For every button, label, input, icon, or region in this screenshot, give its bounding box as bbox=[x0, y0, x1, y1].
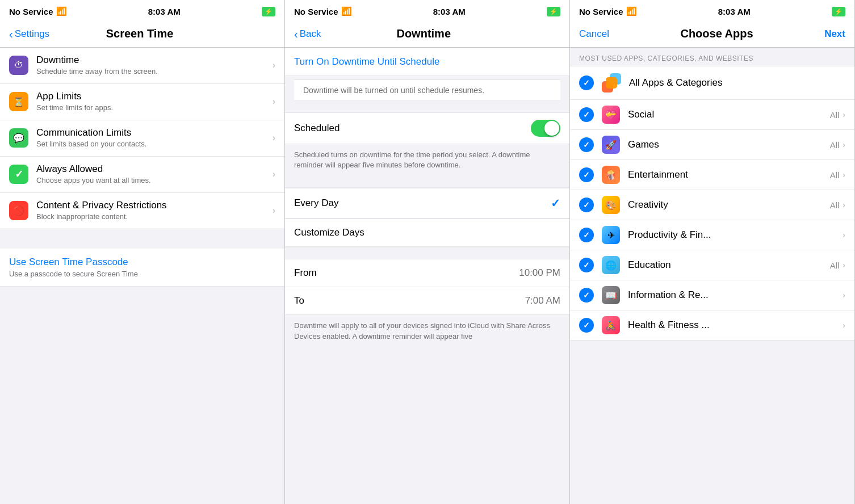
app-limits-item[interactable]: ⏳ App Limits Set time limits for apps. › bbox=[0, 84, 284, 120]
entertainment-icon: 🍿 bbox=[602, 166, 620, 184]
next-button[interactable]: Next bbox=[824, 28, 845, 40]
always-allowed-title: Always Allowed bbox=[36, 163, 273, 175]
downtime-panel: No Service 📶 8:03 AM ⚡ ‹ Back Downtime T… bbox=[285, 0, 570, 504]
customize-days-option[interactable]: Customize Days bbox=[285, 219, 569, 247]
from-row[interactable]: From 10:00 PM bbox=[285, 259, 569, 287]
every-day-option[interactable]: Every Day ✓ bbox=[285, 188, 569, 219]
back-arrow-1: ‹ bbox=[9, 28, 13, 40]
section-header: MOST USED APPS, CATEGORIES, AND WEBSITES bbox=[570, 48, 854, 66]
nav-title-3: Choose Apps bbox=[680, 27, 753, 40]
status-bar-3: No Service 📶 8:03 AM ⚡ bbox=[570, 0, 854, 23]
information-check: ✓ bbox=[579, 288, 594, 303]
downtime-chevron: › bbox=[273, 60, 275, 70]
battery-icon-3: ⚡ bbox=[832, 7, 845, 16]
entertainment-name: Entertainment bbox=[628, 169, 830, 180]
games-chevron: › bbox=[843, 140, 845, 149]
day-options-group: Every Day ✓ Customize Days bbox=[285, 187, 569, 247]
time-3: 8:03 AM bbox=[718, 7, 751, 16]
scheduled-toggle[interactable] bbox=[531, 120, 560, 137]
scheduled-desc: Scheduled turns on downtime for the time… bbox=[285, 144, 569, 176]
creativity-check: ✓ bbox=[579, 198, 594, 212]
creativity-icon: 🎨 bbox=[602, 196, 620, 214]
creativity-name: Creativity bbox=[628, 199, 830, 211]
scheduled-row: Scheduled bbox=[285, 112, 569, 144]
signal-area-1: No Service 📶 bbox=[9, 6, 67, 16]
back-button-2[interactable]: ‹ Back bbox=[294, 28, 321, 40]
to-value: 7:00 AM bbox=[525, 295, 560, 306]
passcode-link[interactable]: Use Screen Time Passcode Use a passcode … bbox=[0, 249, 284, 287]
wifi-icon-3: 📶 bbox=[626, 6, 637, 16]
downtime-icon: ⏱ bbox=[9, 56, 28, 75]
downtime-content: Turn On Downtime Until Schedule Downtime… bbox=[285, 48, 569, 504]
health-check: ✓ bbox=[579, 318, 594, 333]
turn-on-btn[interactable]: Turn On Downtime Until Schedule bbox=[294, 56, 560, 68]
downtime-item[interactable]: ⏱ Downtime Schedule time away from the s… bbox=[0, 48, 284, 84]
games-item[interactable]: ✓ 🚀 Games All › bbox=[570, 130, 854, 160]
creativity-chevron: › bbox=[843, 200, 845, 209]
social-check: ✓ bbox=[579, 107, 594, 122]
productivity-icon: ✈ bbox=[602, 226, 620, 244]
downtime-title: Downtime bbox=[36, 54, 273, 66]
content-privacy-title: Content & Privacy Restrictions bbox=[36, 200, 273, 211]
education-chevron: › bbox=[843, 261, 845, 270]
app-limits-title: App Limits bbox=[36, 91, 273, 102]
turn-on-desc-wrap: Downtime will be turned on until schedul… bbox=[285, 76, 569, 101]
from-value: 10:00 PM bbox=[519, 267, 560, 279]
all-apps-label: All Apps & Categories bbox=[629, 77, 845, 89]
separator-1 bbox=[0, 228, 284, 249]
every-day-label: Every Day bbox=[294, 198, 338, 209]
app-limits-chevron: › bbox=[273, 96, 275, 107]
downtime-text: Downtime Schedule time away from the scr… bbox=[36, 54, 273, 77]
entertainment-check: ✓ bbox=[579, 167, 594, 182]
nav-bar-1: ‹ Settings Screen Time bbox=[0, 23, 284, 48]
choose-apps-panel: No Service 📶 8:03 AM ⚡ Cancel Choose App… bbox=[570, 0, 855, 504]
time-footer: Downtime will apply to all of your devic… bbox=[285, 315, 569, 347]
back-button-1[interactable]: ‹ Settings bbox=[9, 28, 49, 40]
cancel-button[interactable]: Cancel bbox=[579, 28, 609, 40]
status-bar-2: No Service 📶 8:03 AM ⚡ bbox=[285, 0, 569, 23]
to-row[interactable]: To 7:00 AM bbox=[285, 287, 569, 315]
always-allowed-icon: ✓ bbox=[9, 165, 28, 184]
entertainment-item[interactable]: ✓ 🍿 Entertainment All › bbox=[570, 160, 854, 190]
app-limits-icon: ⏳ bbox=[9, 92, 28, 111]
productivity-item[interactable]: ✓ ✈ Productivity & Fin... › bbox=[570, 220, 854, 250]
to-label: To bbox=[294, 295, 304, 306]
social-item[interactable]: ✓ 💝 Social All › bbox=[570, 100, 854, 130]
apps-list: ✓ All Apps & Categories ✓ 💝 Social All ›… bbox=[570, 66, 854, 341]
always-allowed-chevron: › bbox=[273, 169, 275, 179]
comm-limits-icon: 💬 bbox=[9, 128, 28, 148]
social-name: Social bbox=[628, 109, 830, 120]
entertainment-sub: All bbox=[830, 170, 840, 180]
time-1: 8:03 AM bbox=[148, 7, 181, 16]
battery-icon-2: ⚡ bbox=[547, 7, 560, 16]
games-name: Games bbox=[628, 139, 830, 150]
comm-limits-item[interactable]: 💬 Communication Limits Set limits based … bbox=[0, 120, 284, 157]
toggle-knob bbox=[544, 121, 559, 136]
turn-on-block[interactable]: Turn On Downtime Until Schedule bbox=[285, 48, 569, 76]
information-item[interactable]: ✓ 📖 Information & Re... › bbox=[570, 280, 854, 310]
battery-icon-1: ⚡ bbox=[262, 7, 275, 16]
signal-area-2: No Service 📶 bbox=[294, 6, 352, 16]
entertainment-chevron: › bbox=[843, 170, 845, 179]
information-name: Information & Re... bbox=[628, 289, 843, 301]
battery-area-3: ⚡ bbox=[832, 7, 845, 16]
content-privacy-item[interactable]: 🚫 Content & Privacy Restrictions Block i… bbox=[0, 193, 284, 229]
turn-on-desc: Downtime will be turned on until schedul… bbox=[294, 79, 560, 101]
always-allowed-subtitle: Choose apps you want at all times. bbox=[36, 176, 273, 186]
screen-time-panel: No Service 📶 8:03 AM ⚡ ‹ Settings Screen… bbox=[0, 0, 285, 504]
back-label-1: Settings bbox=[15, 28, 49, 40]
information-icon: 📖 bbox=[602, 286, 620, 304]
app-limits-text: App Limits Set time limits for apps. bbox=[36, 91, 273, 113]
education-item[interactable]: ✓ 🌐 Education All › bbox=[570, 250, 854, 280]
health-item[interactable]: ✓ 🚴 Health & Fitness ... › bbox=[570, 310, 854, 340]
battery-area-1: ⚡ bbox=[262, 7, 275, 16]
all-apps-item[interactable]: ✓ All Apps & Categories bbox=[570, 66, 854, 100]
battery-area-2: ⚡ bbox=[547, 7, 560, 16]
choose-apps-content: MOST USED APPS, CATEGORIES, AND WEBSITES… bbox=[570, 48, 854, 504]
creativity-item[interactable]: ✓ 🎨 Creativity All › bbox=[570, 190, 854, 220]
games-check: ✓ bbox=[579, 137, 594, 152]
settings-list: ⏱ Downtime Schedule time away from the s… bbox=[0, 48, 284, 228]
customize-days-label: Customize Days bbox=[294, 227, 364, 238]
education-sub: All bbox=[830, 261, 840, 270]
always-allowed-item[interactable]: ✓ Always Allowed Choose apps you want at… bbox=[0, 157, 284, 193]
